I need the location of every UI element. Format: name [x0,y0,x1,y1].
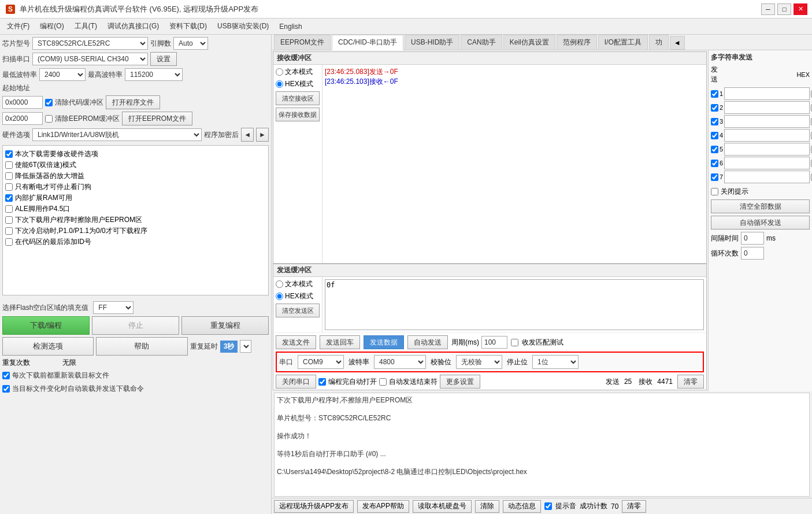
save-recv-button[interactable]: 保存接收数据 [276,108,320,121]
send-back-button[interactable]: 发送回车 [320,335,360,349]
period-input[interactable] [481,336,507,349]
repeat-delay-select[interactable]: ▼ [240,340,251,353]
detect-button[interactable]: 检测选项 [2,337,94,356]
tab-io-config[interactable]: I/O配置工具 [598,35,648,50]
multi-input-5[interactable] [724,157,810,169]
send-file-button[interactable]: 发送文件 [276,335,316,349]
multi-check-6[interactable] [711,173,718,181]
stop-bit-select[interactable]: 1位 2位 [532,355,579,369]
setting-button[interactable]: 设置 [150,52,177,66]
menu-english[interactable]: English [275,21,306,32]
status-clear-button[interactable]: 清除 [475,500,499,513]
send-hex-mode-radio[interactable] [276,293,283,300]
close-button[interactable]: ✕ [794,3,807,15]
dynamic-info-button[interactable]: 动态信息 [503,500,541,513]
send-text-mode-radio[interactable] [276,280,283,288]
repeat-button[interactable]: 重复编程 [181,316,269,335]
pin-select[interactable]: Auto [173,37,208,50]
tab-can[interactable]: CAN助手 [461,35,502,50]
menu-file[interactable]: 文件(F) [2,20,34,33]
open-eeprom-file-button[interactable]: 打开EEPROM文件 [122,112,192,125]
send-data-button[interactable]: 发送数据 [364,335,404,349]
multi-input-1[interactable] [724,101,810,114]
clear-send-button[interactable]: 清空发送区 [276,304,320,317]
close-port-button[interactable]: 关闭串口 [276,375,316,389]
port-select[interactable]: COM9 [298,355,344,369]
addr1-input[interactable] [2,96,43,109]
clear-eeprom-cache-check[interactable] [45,115,53,123]
hw-checkbox-5[interactable] [5,205,13,213]
minimize-button[interactable]: ─ [761,3,775,15]
close-hint-check[interactable] [711,188,718,195]
publish-app-button[interactable]: 发布APP帮助 [357,500,409,513]
auto-load-check[interactable] [2,385,10,393]
hw-checkbox-0[interactable] [5,150,13,158]
remote-upgrade-button[interactable]: 远程现场升级APP发布 [274,500,354,513]
interval-input[interactable] [741,232,764,245]
hw-checkbox-7[interactable] [5,227,13,235]
multi-check-0[interactable] [711,90,718,98]
multi-input-2[interactable] [724,115,810,128]
multi-input-6[interactable] [724,171,810,183]
multi-input-0[interactable] [724,87,810,100]
clear-recv-button[interactable]: 清空接收区 [276,91,320,105]
baud-select[interactable]: 4800 9600 115200 [374,355,426,369]
hw-checkbox-6[interactable] [5,216,13,224]
multi-input-4[interactable] [724,143,810,156]
multi-check-4[interactable] [711,146,718,153]
send-textarea[interactable]: 0f [325,279,704,330]
menu-download[interactable]: 资料下载(D) [165,20,212,33]
stop-button[interactable]: 停止 [92,316,179,335]
auto-open-check[interactable] [318,378,326,386]
multi-check-2[interactable] [711,118,718,125]
multi-check-3[interactable] [711,132,718,139]
hw-checkbox-3[interactable] [5,183,13,191]
tab-func[interactable]: 功 [649,35,669,50]
tab-more-button[interactable]: ◄ [670,36,685,50]
hw-options-select[interactable]: Link1D/Writer1A/U8W脱机 [32,128,202,141]
recv-hex-mode-radio[interactable] [276,80,283,88]
hw-checkbox-1[interactable] [5,161,13,169]
menu-tools[interactable]: 工具(T) [70,20,102,33]
parity-select[interactable]: 无校验 奇校验 偶校验 [456,355,502,369]
menu-debug[interactable]: 调试仿真接口(G) [103,20,164,33]
cycle-input[interactable] [741,247,764,260]
sound-check[interactable] [544,502,552,510]
auto-send-button[interactable]: 自动发送 [407,335,448,349]
recv-text-mode-radio[interactable] [276,68,283,76]
clear-all-btn[interactable]: 清空全部数据 [711,199,810,213]
auto-cycle-btn[interactable]: 自动循环发送 [711,216,810,230]
download-button[interactable]: 下载/编程 [2,316,90,335]
chip-select[interactable]: STC89C52RC/LE52RC [32,37,148,50]
min-baud-select[interactable]: 2400 [39,68,86,81]
clear-code-cache-check[interactable] [45,99,53,106]
auto-send-end-check[interactable] [379,378,387,386]
tab-eeprom[interactable]: EEPROM文件 [274,35,331,50]
flash-fill-select[interactable]: FF [93,301,134,314]
hw-checkbox-8[interactable] [5,238,13,246]
scan-port-select[interactable]: (COM9) USB-SERIAL CH340 [32,53,148,65]
hw-checkbox-4[interactable] [5,194,13,202]
match-test-check[interactable] [511,339,518,346]
clear-count-button[interactable]: 清零 [677,375,704,389]
max-baud-select[interactable]: 115200 [125,68,183,81]
tab-keil[interactable]: Keil仿真设置 [503,35,555,50]
open-prog-file-button[interactable]: 打开程序文件 [106,95,160,109]
read-disk-button[interactable]: 读取本机硬盘号 [413,500,472,513]
hw-checkbox-2[interactable] [5,172,13,180]
scroll-right-button[interactable]: ► [256,128,269,142]
reload-file-check[interactable] [2,372,10,379]
multi-check-1[interactable] [711,104,718,112]
multi-input-3[interactable] [724,129,810,142]
menu-program[interactable]: 编程(O) [35,20,68,33]
addr2-input[interactable] [2,112,43,125]
tab-usb-hid[interactable]: USB-HID助手 [405,35,459,50]
clear-count-status-button[interactable]: 清零 [622,500,646,513]
menu-usb[interactable]: USB驱动安装(D) [213,20,273,33]
scroll-left-button[interactable]: ◄ [241,128,254,142]
help-button[interactable]: 帮助 [96,337,187,356]
tab-serial[interactable]: CDC/HID-串口助手 [332,35,403,50]
multi-check-5[interactable] [711,160,718,167]
maximize-button[interactable]: □ [777,3,791,15]
tab-examples[interactable]: 范例程序 [557,35,597,50]
